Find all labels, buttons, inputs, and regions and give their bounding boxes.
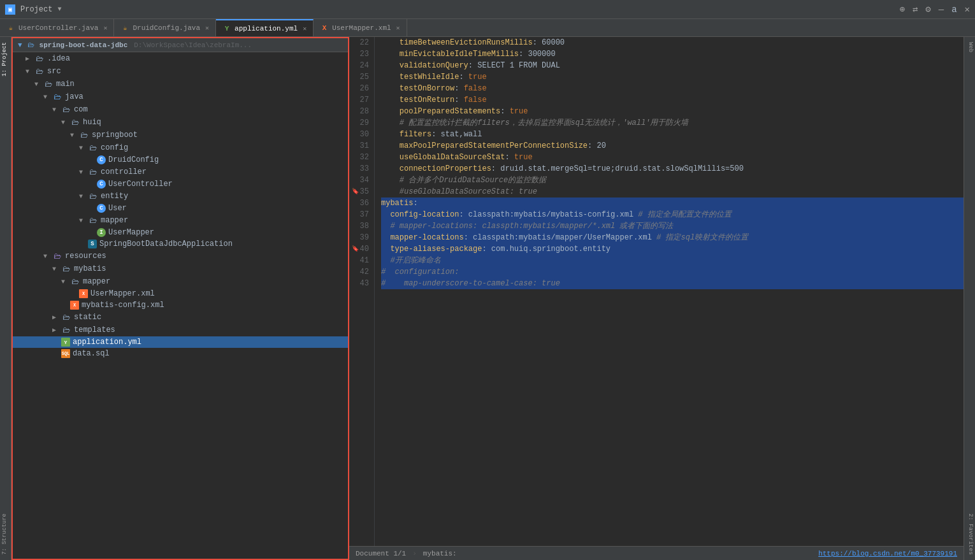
tab-close-icon[interactable]: ✕ — [396, 24, 400, 32]
status-separator: › — [412, 550, 417, 557]
mybatis-folder-label: mybatis — [74, 264, 106, 273]
tab-usercontroller[interactable]: ☕ UserController.java ✕ — [0, 19, 114, 36]
settings-icon[interactable]: ⚙ — [925, 4, 930, 15]
tree-mybatis[interactable]: ▼ 🗁 mybatis — [13, 262, 348, 275]
entity-label: entity — [101, 192, 128, 201]
tree-controller[interactable]: ▼ 🗁 controller — [13, 166, 348, 178]
tree-datasql[interactable]: SQL data.sql — [13, 348, 348, 359]
tree-static[interactable]: ▶ 🗁 static — [13, 311, 348, 324]
tree-com[interactable]: ▼ 🗁 com — [13, 103, 348, 116]
resources-label: resources — [65, 252, 106, 261]
status-link[interactable]: https://blog.csdn.net/m0_37739191 — [818, 550, 957, 557]
right-sidebar: Web 2: Favorites — [964, 37, 975, 560]
tree-templates[interactable]: ▶ 🗁 templates — [13, 324, 348, 336]
tab-close-icon[interactable]: ✕ — [103, 24, 107, 32]
globe-icon[interactable]: ⊕ — [899, 4, 904, 15]
folder-icon: 🗁 — [52, 92, 62, 102]
folder-icon: 🗁 — [88, 167, 98, 177]
line-num-41: 41 — [349, 255, 369, 266]
tree-druidconfig[interactable]: C DruidConfig — [13, 154, 348, 166]
tree-src[interactable]: ▼ 🗁 src — [13, 65, 348, 78]
tree-mapper-res[interactable]: ▼ 🗁 mapper — [13, 275, 348, 288]
tab-applicationyml[interactable]: Y application.yml ✕ — [216, 19, 314, 36]
folder-icon: 🗁 — [61, 312, 71, 322]
tree-config[interactable]: ▼ 🗁 config — [13, 141, 348, 154]
sidebar-tab-project[interactable]: 1: Project — [0, 37, 11, 82]
doc-info: Document 1/1 — [356, 550, 406, 557]
project-path: D:\WorkSpace\Idea\zebraIm... — [134, 41, 252, 49]
line-num-24: 24 — [349, 60, 369, 71]
tree-user[interactable]: C User — [13, 203, 348, 214]
close-icon[interactable]: ✕ — [965, 4, 970, 15]
folder-icon: 🗁 — [43, 79, 54, 89]
code-panel: 22 23 24 25 26 27 28 29 30 31 32 33 34 🔖… — [349, 37, 964, 560]
tree-entity[interactable]: ▼ 🗁 entity — [13, 190, 348, 203]
springbootapp-label: SpringBootDataJdbcApplication — [99, 240, 233, 248]
code-area[interactable]: timeBetweenEvictionRunsMillis: 60000 min… — [375, 37, 964, 546]
tree-applicationyml[interactable]: Y application.yml — [13, 336, 348, 348]
sidebar-tab-structure[interactable]: 7: Structure — [0, 508, 11, 560]
folder-icon: 🗁 — [52, 251, 62, 261]
code-line-30: filters: stat,wall — [381, 129, 964, 140]
idea-label: .idea — [47, 54, 70, 63]
code-line-27: testOnReturn: false — [381, 94, 964, 106]
line-num-29: 29 — [349, 117, 369, 129]
status-bar: Document 1/1 › mybatis: https://blog.csd… — [349, 546, 964, 560]
main-label: main — [56, 80, 75, 89]
yml-icon: Y — [61, 338, 70, 347]
code-line-38: # mapper-locations: classpth:mybatis/map… — [381, 220, 964, 232]
folder-icon: 🗁 — [70, 276, 80, 287]
tree-springbootapp[interactable]: S SpringBootDataJdbcApplication — [13, 238, 348, 250]
tab-close-icon[interactable]: ✕ — [303, 25, 307, 32]
title-bar: ▣ Project ▼ ⊕ ⇄ ⚙ — a ✕ — [0, 0, 975, 19]
tree-huiq[interactable]: ▼ 🗁 huiq — [13, 116, 348, 129]
project-dropdown-icon[interactable]: ▼ — [57, 6, 61, 13]
right-tab-web[interactable]: Web — [964, 37, 975, 57]
tree-resources[interactable]: ▼ 🗁 resources — [13, 250, 348, 262]
split-icon[interactable]: ⇄ — [913, 4, 918, 15]
left-sidebar: 1: Project 7: Structure — [0, 37, 11, 560]
tab-label: UserMapper.xml — [332, 24, 391, 32]
tree-idea-folder[interactable]: ▶ 🗁 .idea — [13, 52, 348, 65]
tree-main[interactable]: ▼ 🗁 main — [13, 78, 348, 90]
xml-icon: X — [320, 24, 329, 32]
file-tree-content[interactable]: ▼ 🗁 src ▼ 🗁 main ▼ 🗁 java ▼ 🗁 — [13, 65, 348, 559]
druidconfig-label: DruidConfig — [108, 155, 159, 164]
right-tab-favorites[interactable]: 2: Favorites — [964, 508, 975, 560]
tree-usermapper[interactable]: I UserMapper — [13, 227, 348, 238]
line-num-28: 28 — [349, 106, 369, 117]
tab-usermapper[interactable]: X UserMapper.xml ✕ — [314, 19, 407, 36]
tab-label: application.yml — [235, 25, 298, 32]
line-num-37: 37 — [349, 209, 369, 220]
sql-icon: SQL — [61, 349, 70, 358]
line-num-43: 43 — [349, 278, 369, 289]
line-num-32: 32 — [349, 152, 369, 163]
line-numbers: 22 23 24 25 26 27 28 29 30 31 32 33 34 🔖… — [349, 37, 375, 546]
class-s-icon: S — [88, 240, 97, 248]
tree-mybatisconfig-xml[interactable]: X mybatis-config.xml — [13, 299, 348, 311]
java-icon: ☕ — [120, 24, 129, 32]
class-c-icon: C — [97, 180, 106, 189]
code-line-40: type-aliases-package: com.huiq.springboo… — [381, 243, 964, 255]
tree-usercontroller[interactable]: C UserController — [13, 178, 348, 190]
line-num-27: 27 — [349, 94, 369, 106]
folder-icon: 🗁 — [61, 264, 71, 274]
tree-mapper[interactable]: ▼ 🗁 mapper — [13, 214, 348, 227]
folder-icon: 🗁 — [61, 325, 71, 335]
project-name: spring-boot-data-jdbc — [40, 41, 128, 49]
code-line-22: timeBetweenEvictionRunsMillis: 60000 — [381, 37, 964, 48]
code-line-28: poolPreparedStatements: true — [381, 106, 964, 117]
tab-druidconfig[interactable]: ☕ DruidConfig.java ✕ — [114, 19, 216, 36]
line-num-36: 36 — [349, 197, 369, 209]
code-line-29: # 配置监控统计拦截的filters，去掉后监控界面sql无法统计，'wall'… — [381, 117, 964, 129]
tree-springboot[interactable]: ▼ 🗁 springboot — [13, 129, 348, 141]
line-num-31: 31 — [349, 140, 369, 152]
tree-java[interactable]: ▼ 🗁 java — [13, 90, 348, 103]
folder-icon: 🗁 — [79, 130, 89, 140]
minimize-icon[interactable]: — — [939, 4, 944, 15]
tab-close-icon[interactable]: ✕ — [205, 24, 209, 32]
tree-usermapper-xml[interactable]: X UserMapper.xml — [13, 288, 348, 299]
file-tree-header: ▼ 🗁 spring-boot-data-jdbc D:\WorkSpace\I… — [13, 38, 348, 52]
code-line-26: testOnBorrow: false — [381, 83, 964, 94]
mapper-label: mapper — [101, 216, 128, 225]
